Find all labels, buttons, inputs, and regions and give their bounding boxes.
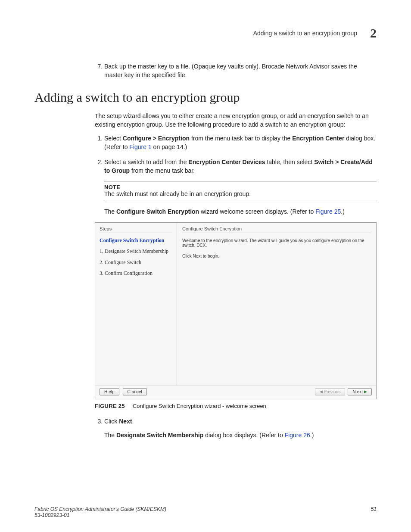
- previous-button: ◀ Previous: [315, 388, 346, 395]
- step-item: 1. Designate Switch Membership: [100, 248, 172, 255]
- step-active: Configure Switch Encryption: [100, 237, 172, 244]
- triangle-right-icon: ▶: [364, 389, 367, 394]
- procedure-list: Select Configure > Encryption from the m…: [95, 134, 377, 175]
- running-header: Adding a switch to an encryption group 2: [34, 26, 377, 40]
- wizard-click-next: Click Next to begin.: [182, 254, 371, 258]
- wizard-main-panel: Configure Switch Encryption Welcome to t…: [177, 223, 376, 385]
- triangle-left-icon: ◀: [320, 389, 323, 394]
- help-button[interactable]: HHelpelp: [100, 388, 119, 395]
- running-title: Adding a switch to an encryption group: [253, 30, 357, 37]
- intro-paragraph: The setup wizard allows you to either cr…: [95, 112, 377, 129]
- figure-label: FIGURE 25: [95, 403, 125, 409]
- figure-text: Configure Switch Encryption wizard - wel…: [133, 403, 266, 409]
- footer-title: Fabric OS Encryption Administrator's Gui…: [34, 506, 166, 512]
- cancel-button[interactable]: CancelCancel: [123, 388, 147, 395]
- wizard-dialog: Steps Configure Switch Encryption 1. Des…: [95, 222, 377, 399]
- next-button[interactable]: NextNext ▶: [348, 388, 372, 395]
- step-7: Back up the master key to a file. (Opaqu…: [104, 62, 377, 80]
- post-note-paragraph: The Configure Switch Encryption wizard w…: [104, 207, 377, 216]
- page-number: 51: [371, 506, 377, 518]
- note-box: NOTE The switch must not already be in a…: [104, 181, 377, 201]
- step-3: Click Next. The Designate Switch Members…: [104, 417, 377, 440]
- wizard-steps-panel: Steps Configure Switch Encryption 1. Des…: [95, 223, 177, 385]
- wizard-welcome-text: Welcome to the encryption wizard. The wi…: [182, 238, 371, 248]
- step-7-text: Back up the master key to a file. (Opaqu…: [104, 63, 357, 78]
- step-item: 3. Confirm Configuration: [100, 270, 172, 277]
- page-footer: Fabric OS Encryption Administrator's Gui…: [34, 506, 377, 518]
- step-item: 2. Configure Switch: [100, 259, 172, 266]
- link-figure-1[interactable]: Figure 1: [129, 143, 151, 150]
- link-figure-26[interactable]: Figure 26: [285, 432, 310, 439]
- note-label: NOTE: [104, 184, 377, 190]
- note-text: The switch must not already be in an enc…: [104, 190, 377, 197]
- footer-docnum: 53-1002923-01: [34, 512, 166, 518]
- wizard-main-title: Configure Switch Encryption: [182, 226, 371, 233]
- chapter-number: 2: [370, 26, 377, 40]
- step-1: Select Configure > Encryption from the m…: [104, 134, 377, 152]
- step-2: Select a switch to add from the Encrypti…: [104, 158, 377, 175]
- steps-header: Steps: [100, 226, 172, 233]
- section-heading: Adding a switch to an encryption group: [34, 90, 377, 105]
- figure-caption: FIGURE 25Configure Switch Encryption wiz…: [95, 403, 377, 409]
- procedure-list-cont: Click Next. The Designate Switch Members…: [95, 417, 377, 440]
- continued-list: Back up the master key to a file. (Opaqu…: [95, 62, 377, 80]
- wizard-footer: HHelpelp CancelCancel ◀ Previous NextNex…: [95, 385, 376, 399]
- link-figure-25[interactable]: Figure 25: [315, 208, 341, 215]
